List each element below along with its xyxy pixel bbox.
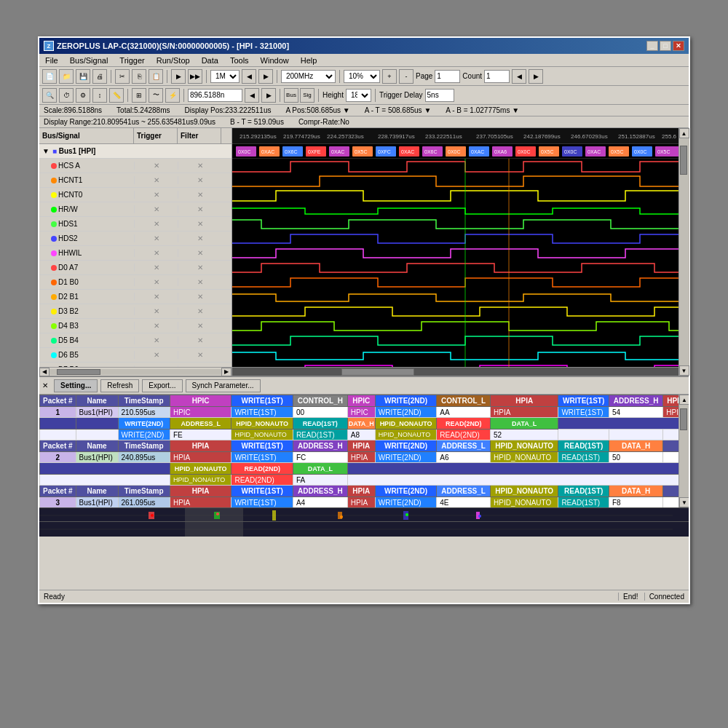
zoom-in[interactable]: + xyxy=(382,69,397,84)
close-button[interactable]: ✕ xyxy=(673,41,684,51)
h-scroll-thumb[interactable] xyxy=(341,368,414,376)
menu-file[interactable]: File xyxy=(42,56,61,65)
height-select[interactable]: 18 xyxy=(346,89,371,102)
right-arrow[interactable]: ▶ xyxy=(261,88,276,103)
h-scroll-bar[interactable]: ◀ ▶ xyxy=(39,367,232,376)
filter-hcnt1[interactable]: ✕ xyxy=(197,176,203,184)
trigger-hhwil[interactable]: ✕ xyxy=(154,249,159,257)
trigger-d1[interactable]: ✕ xyxy=(154,278,159,286)
page-input[interactable] xyxy=(435,70,460,83)
signal-group-bus1[interactable]: ▼ ■ Bus1 [HPI] xyxy=(39,144,232,159)
filter-hrw[interactable]: ✕ xyxy=(197,205,203,213)
clock-btn[interactable]: ⏱ xyxy=(59,88,74,103)
filter-d4[interactable]: ✕ xyxy=(197,322,203,330)
sample-prev[interactable]: ◀ xyxy=(242,69,256,84)
trigger-d4[interactable]: ✕ xyxy=(154,322,159,330)
menu-bus-signal[interactable]: Bus/Signal xyxy=(67,56,111,65)
export-btn[interactable]: Export... xyxy=(142,379,182,392)
print-btn[interactable]: 🖨 xyxy=(92,69,107,84)
zoom-select[interactable]: 10% xyxy=(344,70,380,83)
trigger-hrw[interactable]: ✕ xyxy=(154,205,159,213)
filter-d3[interactable]: ✕ xyxy=(197,307,203,315)
filter-d2[interactable]: ✕ xyxy=(197,293,203,301)
trigger-delay-input[interactable] xyxy=(425,89,454,102)
filter-hds1[interactable]: ✕ xyxy=(197,220,203,228)
p1-c2: WRITE(1ST) xyxy=(232,407,293,418)
bus-btn[interactable]: Bus xyxy=(284,88,298,103)
vscroll-up[interactable]: ▲ xyxy=(679,128,689,138)
wave3-btn[interactable]: ⚡ xyxy=(165,88,180,103)
pkt-scroll-up[interactable]: ▲ xyxy=(679,395,689,405)
run-btn[interactable]: ▶ xyxy=(171,69,186,84)
trigger-hcs[interactable]: ✕ xyxy=(154,162,159,170)
wave2-btn[interactable]: 〜 xyxy=(149,88,163,103)
waveform-area: 215.292135us 219.774729us 224.257323us 2… xyxy=(232,128,689,376)
zoom-wave[interactable]: 🔍 xyxy=(42,88,57,103)
save-btn[interactable]: 💾 xyxy=(76,69,90,84)
filter-d1[interactable]: ✕ xyxy=(197,278,203,286)
trigger-hds2[interactable]: ✕ xyxy=(154,234,159,242)
trigger-d0[interactable]: ✕ xyxy=(154,264,159,272)
menu-run-stop[interactable]: Run/Stop xyxy=(154,56,193,65)
grid-btn[interactable]: ⊞ xyxy=(132,88,146,103)
svg-text:219.774729us: 219.774729us xyxy=(283,133,320,140)
zoom-out[interactable]: - xyxy=(399,69,414,84)
freq-select[interactable]: 200MHz xyxy=(281,70,336,83)
filter-hhwil[interactable]: ✕ xyxy=(197,249,203,257)
setting-btn[interactable]: Setting... xyxy=(54,379,98,392)
sample-size-select[interactable]: 1M xyxy=(210,70,240,83)
menu-help[interactable]: Help xyxy=(298,56,320,65)
filter-d0[interactable]: ✕ xyxy=(197,264,203,272)
packet-2-sub-data: HPID_NONAUTO READ(2ND) FA xyxy=(40,475,689,486)
menu-window[interactable]: Window xyxy=(258,56,292,65)
trigger-hcnt0[interactable]: ✕ xyxy=(154,191,159,199)
scroll-thumb[interactable] xyxy=(57,369,100,375)
ruler-btn[interactable]: 📏 xyxy=(109,88,124,103)
synch-param-btn[interactable]: Synch Parameter... xyxy=(186,379,261,392)
svg-text:237.705105us: 237.705105us xyxy=(476,133,513,140)
position-input[interactable] xyxy=(188,89,242,102)
menu-tools[interactable]: Tools xyxy=(227,56,252,65)
h-waveform-scrollbar[interactable] xyxy=(232,367,689,376)
trigger-d2[interactable]: ✕ xyxy=(154,293,159,301)
pkt-scroll-thumb[interactable] xyxy=(680,408,687,430)
filter-d5[interactable]: ✕ xyxy=(197,336,203,344)
trigger-d5[interactable]: ✕ xyxy=(154,336,159,344)
filter-d6[interactable]: ✕ xyxy=(197,351,203,359)
menu-data[interactable]: Data xyxy=(199,56,221,65)
copy-btn[interactable]: ⎘ xyxy=(132,69,146,84)
p1s-addr-l-val: FE xyxy=(170,430,231,440)
trigger-hds1[interactable]: ✕ xyxy=(154,220,159,228)
new-btn[interactable]: 📄 xyxy=(42,69,57,84)
vscroll-thumb[interactable] xyxy=(680,146,687,175)
minimize-button[interactable]: _ xyxy=(646,41,658,51)
packet-close-btn[interactable]: ✕ xyxy=(42,381,48,389)
trigger-d6[interactable]: ✕ xyxy=(154,351,159,359)
sample-next[interactable]: ▶ xyxy=(258,69,273,84)
run-fast-btn[interactable]: ▶▶ xyxy=(188,69,202,84)
maximize-button[interactable]: □ xyxy=(660,41,671,51)
open-btn[interactable]: 📁 xyxy=(59,69,74,84)
left-arrow[interactable]: ◀ xyxy=(245,88,259,103)
count-next[interactable]: ▶ xyxy=(529,69,543,84)
menu-trigger[interactable]: Trigger xyxy=(116,56,147,65)
cursor-btn[interactable]: ↕ xyxy=(92,88,107,103)
paste-btn[interactable]: 📋 xyxy=(149,69,163,84)
count-prev[interactable]: ◀ xyxy=(512,69,526,84)
scroll-left-btn[interactable]: ◀ xyxy=(39,368,50,376)
count-input[interactable] xyxy=(484,70,510,83)
trigger-hcnt1[interactable]: ✕ xyxy=(154,176,159,184)
settings-btn[interactable]: ⚙ xyxy=(76,88,90,103)
filter-hds2[interactable]: ✕ xyxy=(197,234,203,242)
filter-hcs[interactable]: ✕ xyxy=(197,162,203,170)
refresh-btn[interactable]: Refresh xyxy=(100,379,139,392)
trigger-d3[interactable]: ✕ xyxy=(154,307,159,315)
pkt-scroll-down[interactable]: ▼ xyxy=(679,497,689,507)
scroll-right-btn[interactable]: ▶ xyxy=(221,368,232,376)
cut-btn[interactable]: ✂ xyxy=(115,69,130,84)
filter-hcnt0[interactable]: ✕ xyxy=(197,191,203,199)
p2-c6: A6 xyxy=(437,452,491,463)
signal-mode[interactable]: Sig xyxy=(300,88,314,103)
p3-time: 261.095us xyxy=(118,497,170,508)
vscroll-down[interactable]: ▼ xyxy=(679,365,689,376)
